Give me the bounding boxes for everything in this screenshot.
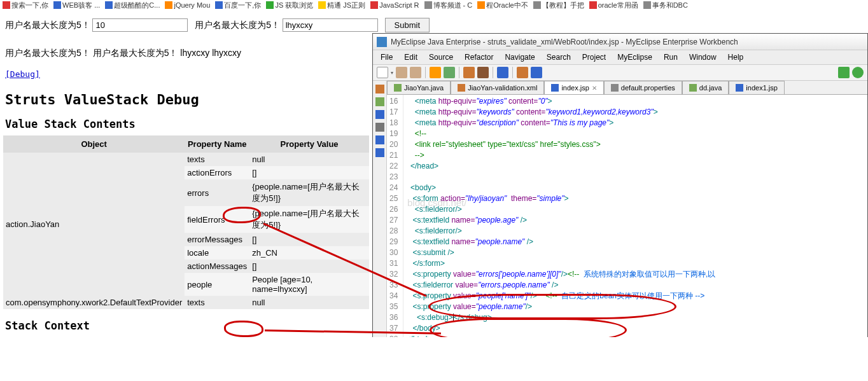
cell-prop-name: errors [185,179,249,206]
bookmark-item[interactable]: oracle常用函 [589,0,638,10]
menu-navigate[interactable]: Navigate [500,52,540,63]
editor-tab[interactable]: JiaoYan-validation.xml [451,81,544,94]
bookmark-icon [643,1,651,9]
editor-tab[interactable]: JiaoYan.java [387,81,451,94]
cell-prop-value: [] [249,233,369,246]
menu-source[interactable]: Source [424,52,458,63]
editor-tabs: JiaoYan.javaJiaoYan-validation.xmlindex.… [387,81,867,95]
ide-toolbar: ▾ [373,65,867,81]
cell-prop-value: null [249,153,369,166]
cell-prop-value: {people.name=[用户名最大长度为5!]} [249,206,369,233]
table-row: com.opensymphony.xwork2.DefaultTextProvi… [3,296,369,309]
bookmark-item[interactable]: 程Oracle中不 [477,0,528,10]
menu-refactor[interactable]: Refactor [459,52,498,63]
deploy-icon[interactable] [463,67,475,78]
bookmark-icon [477,1,485,9]
input-name[interactable] [283,18,378,32]
ide-title: MyEclipse Java Enterprise - struts_valid… [391,38,738,46]
bookmark-item[interactable]: JavaScript R [370,0,419,10]
menu-window[interactable]: Window [684,52,722,63]
file-icon [736,84,743,92]
cell-prop-value: People [age=10, name=lhyxcxy] [249,273,369,296]
new-icon[interactable] [377,67,388,78]
tool-icon[interactable] [444,67,455,78]
cell-prop-name: actionErrors [185,166,249,179]
code-content[interactable]: <meta http-equiv="expires" content="0"> … [403,95,718,337]
col-prop-name: Property Name [185,135,249,153]
browser-icon[interactable] [497,67,508,78]
gutter-icon[interactable] [375,110,384,119]
input-age[interactable] [92,18,188,32]
file-icon [394,84,402,92]
menu-run[interactable]: Run [659,52,683,63]
bookmark-icon [533,1,541,9]
table-row: action.JiaoYantextsnull [3,153,369,166]
col-prop-value: Property Value [249,135,369,153]
editor-tab[interactable]: dd.java [682,81,729,94]
bookmark-item[interactable]: 搜索一下,你 [3,0,48,10]
debug-link[interactable]: [Debug] [0,62,45,87]
ide-menubar: FileEditSourceRefactorNavigateSearchProj… [373,50,867,65]
file-icon [689,84,697,92]
gutter-icon[interactable] [375,135,384,144]
ide-titlebar[interactable]: MyEclipse Java Enterprise - struts_valid… [373,34,867,50]
bookmark-item[interactable]: WEB骇客 ... [53,0,100,10]
save-all-icon[interactable] [410,67,421,78]
bookmark-bar: 搜索一下,你WEB骇客 ...超级酷酷的C...jQuery Mou百度一下,你… [0,0,868,10]
menu-help[interactable]: Help [723,52,749,63]
bookmark-item[interactable]: 超级酷酷的C... [105,0,160,10]
file-icon [551,84,559,92]
form-label-2: 用户名最大长度为5！ [195,20,280,30]
menu-myeclipse[interactable]: MyEclipse [612,52,657,63]
bookmark-item[interactable]: 精通 JS正则 [318,0,365,10]
bookmark-item[interactable]: 【教程】手把 [533,0,584,10]
gutter-icon[interactable] [375,97,384,106]
save-icon[interactable] [396,67,407,78]
bookmark-item[interactable]: jQuery Mou [165,0,210,10]
menu-file[interactable]: File [375,52,398,63]
cell-prop-name: errorMessages [185,233,249,246]
gutter-icon[interactable] [375,85,384,94]
close-icon[interactable]: ✕ [592,85,597,92]
cell-prop-value: zh_CN [249,246,369,260]
server-icon[interactable] [477,67,489,78]
col-object: Object [3,135,185,153]
menu-search[interactable]: Search [542,52,576,63]
bookmark-icon [266,1,274,9]
submit-button[interactable]: Submit [385,18,430,32]
cell-object: com.opensymphony.xwork2.DefaultTextProvi… [3,296,185,309]
file-icon [611,84,619,92]
line-numbers: 1617181920212223242526272829303132333435… [387,95,403,337]
bookmark-item[interactable]: 百度一下,你 [215,0,261,10]
tool-icon[interactable] [430,67,441,78]
cell-prop-name: fieldErrors [185,206,249,233]
cell-prop-name: people [185,273,249,296]
gutter-icon[interactable] [375,148,384,157]
cell-object: action.JiaoYan [3,153,185,296]
editor-tab[interactable]: index.jsp✕ [544,81,603,94]
bookmark-icon [165,1,172,9]
form-label-1: 用户名最大长度为5！ [5,20,90,30]
bookmark-icon [105,1,113,9]
bookmark-icon [589,1,597,9]
debug-icon[interactable] [838,67,850,78]
bookmark-icon [53,1,61,9]
cell-prop-value: {people.name=[用户名最大长度为5!]} [249,179,369,206]
ide-side-gutter [373,81,387,337]
cell-prop-value: [] [249,166,369,179]
gutter-icon[interactable] [375,123,384,132]
bookmark-icon [424,1,432,9]
menu-edit[interactable]: Edit [399,52,423,63]
editor-tab[interactable]: default.properties [604,81,682,94]
menu-project[interactable]: Project [577,52,611,63]
tool-icon[interactable] [517,67,528,78]
bookmark-icon [370,1,378,9]
bookmark-item[interactable]: JS 获取浏览 [266,0,313,10]
editor-tab[interactable]: index1.jsp [729,81,785,94]
bookmark-icon [215,1,223,9]
bookmark-item[interactable]: 事务和DBC [643,0,688,10]
tool-icon[interactable] [531,67,542,78]
editor-area[interactable]: 1617181920212223242526272829303132333435… [387,95,867,337]
run-icon[interactable] [852,67,864,78]
bookmark-item[interactable]: 博客频道 - C [424,0,473,10]
